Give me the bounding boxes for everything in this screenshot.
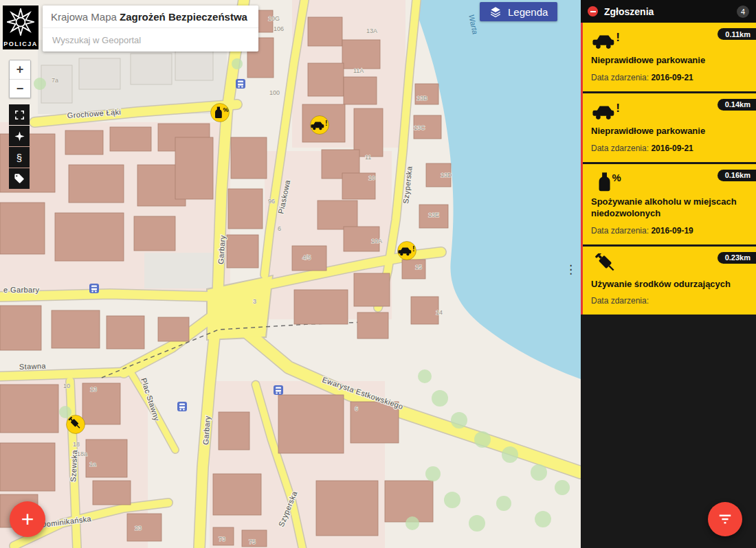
street-label: Stawna xyxy=(19,362,47,371)
report-title: Używanie środków odurzających xyxy=(591,279,748,290)
house-number: 13A xyxy=(366,27,377,34)
report-title: Nieprawidłowe parkowanie xyxy=(591,126,748,137)
search-panel: Krajowa Mapa Zagrożeń Bezpieczeństwa xyxy=(43,5,258,52)
distance-badge: 0.16km xyxy=(718,170,756,181)
house-number: 10 xyxy=(368,174,375,181)
report-card[interactable]: 0.11km!Nieprawidłowe parkowanieData zdar… xyxy=(583,23,756,91)
regulations-button[interactable]: § xyxy=(9,147,30,168)
bus-stop-icon xyxy=(89,284,99,293)
report-card[interactable]: 0.16km%Spożywanie alkoholu w miejscach n… xyxy=(583,164,756,244)
distance-badge: 0.11km xyxy=(718,28,756,40)
house-number: 3 xyxy=(253,298,256,305)
svg-text:!: ! xyxy=(325,119,328,127)
locate-button[interactable] xyxy=(9,126,30,146)
page-title: Krajowa Mapa Zagrożeń Bezpieczeństwa xyxy=(43,5,258,27)
layers-icon xyxy=(489,5,502,18)
map-marker-parking[interactable]: ! xyxy=(311,116,329,135)
map-canvas[interactable]: Grochowe ŁąkiGarbaryGarbarye GarbaryPias… xyxy=(0,0,581,548)
house-number: 13 xyxy=(90,386,97,393)
house-number: 6 xyxy=(355,405,358,412)
house-number: 13C xyxy=(414,124,425,131)
house-number: 15 xyxy=(415,264,422,271)
house-number: 13D xyxy=(441,172,452,179)
zoom-control: + − xyxy=(9,60,31,98)
collapse-icon[interactable] xyxy=(588,6,598,16)
house-number: 96 xyxy=(268,198,275,205)
house-number: 10G xyxy=(268,15,280,22)
report-title: Spożywanie alkoholu w miejscach niedozwo… xyxy=(591,196,748,220)
svg-text:!: ! xyxy=(412,244,415,253)
svg-text:!: ! xyxy=(616,30,620,44)
map-marker-parking[interactable]: ! xyxy=(398,242,416,260)
bus-stop-icon xyxy=(274,385,283,395)
house-number: 14 xyxy=(436,309,443,316)
house-number: 6 xyxy=(278,225,281,232)
distance-badge: 0.23km xyxy=(718,252,756,264)
house-number: 13B xyxy=(416,95,427,102)
distance-badge: 0.14km xyxy=(718,99,756,111)
tag-icon xyxy=(14,173,25,184)
svg-text:!: ! xyxy=(616,101,620,115)
page-title-bold: Zagrożeń Bezpieczeństwa xyxy=(120,11,247,23)
street-label: e Garbary xyxy=(3,286,40,294)
legend-label: Legenda xyxy=(508,6,548,18)
house-number: 4/5 xyxy=(302,254,311,261)
house-number: 7a xyxy=(52,77,58,84)
police-star-icon xyxy=(7,8,34,36)
fullscreen-icon xyxy=(14,109,25,121)
svg-text:%: % xyxy=(223,106,229,113)
house-number: 11 xyxy=(365,154,371,161)
search-input[interactable] xyxy=(51,34,253,46)
report-card[interactable]: 0.14km!Nieprawidłowe parkowanieData zdar… xyxy=(583,93,756,162)
house-number: 100 xyxy=(269,89,280,96)
report-cards: 0.11km!Nieprawidłowe parkowanieData zdar… xyxy=(581,23,756,315)
house-number: 10 xyxy=(63,383,70,389)
report-date: Data zdarzenia: xyxy=(591,296,748,306)
categories-button[interactable] xyxy=(9,168,30,189)
logo-text: POLICJA xyxy=(3,41,38,47)
map-marker-alcohol[interactable]: % xyxy=(211,104,230,122)
report-date: Data zdarzenia: 2016-09-21 xyxy=(591,144,748,153)
house-number: 18a xyxy=(77,450,87,457)
page-title-regular: Krajowa Mapa xyxy=(51,11,117,23)
house-number: 75 xyxy=(249,538,256,545)
reports-header: Zgłoszenia 4 xyxy=(581,0,756,23)
police-logo: POLICJA xyxy=(3,5,38,49)
house-number: 23 xyxy=(135,525,142,532)
paragraph-icon: § xyxy=(16,152,22,163)
bus-stop-icon xyxy=(236,79,245,89)
svg-text:%: % xyxy=(612,172,621,183)
locate-star-icon xyxy=(14,130,25,142)
legend-button[interactable]: Legenda xyxy=(480,2,557,21)
map-marker-drugs[interactable] xyxy=(67,415,85,434)
sidebar-handle-icon[interactable]: ⋮ xyxy=(565,266,577,273)
house-number: 1a xyxy=(89,461,96,468)
map-tools: § xyxy=(9,104,30,189)
house-number: 106 xyxy=(274,25,284,32)
reports-count-badge: 4 xyxy=(737,5,749,18)
zoom-in-button[interactable]: + xyxy=(10,60,30,79)
map-area[interactable]: Grochowe ŁąkiGarbaryGarbarye GarbaryPias… xyxy=(0,0,581,548)
report-title: Nieprawidłowe parkowanie xyxy=(591,55,748,67)
house-number: 18 xyxy=(73,441,80,448)
house-number: 73 xyxy=(219,536,225,543)
zoom-out-button[interactable]: − xyxy=(10,79,30,98)
report-card[interactable]: 0.23kmUżywanie środków odurzającychData … xyxy=(583,247,756,315)
reports-sidebar: Zgłoszenia 4 0.11km!Nieprawidłowe parkow… xyxy=(581,0,756,548)
house-number: 11A xyxy=(353,67,364,74)
reports-title: Zgłoszenia xyxy=(604,6,731,17)
house-number: 10A xyxy=(371,238,382,244)
house-number: 13E xyxy=(428,212,439,218)
report-date: Data zdarzenia: 2016-09-21 xyxy=(591,73,748,82)
filter-icon xyxy=(718,512,733,527)
filter-button[interactable] xyxy=(708,502,742,536)
fullscreen-button[interactable] xyxy=(9,104,30,125)
report-date: Data zdarzenia: 2016-09-19 xyxy=(591,226,748,236)
add-report-button[interactable]: + xyxy=(10,501,45,537)
bus-stop-icon xyxy=(177,402,187,411)
